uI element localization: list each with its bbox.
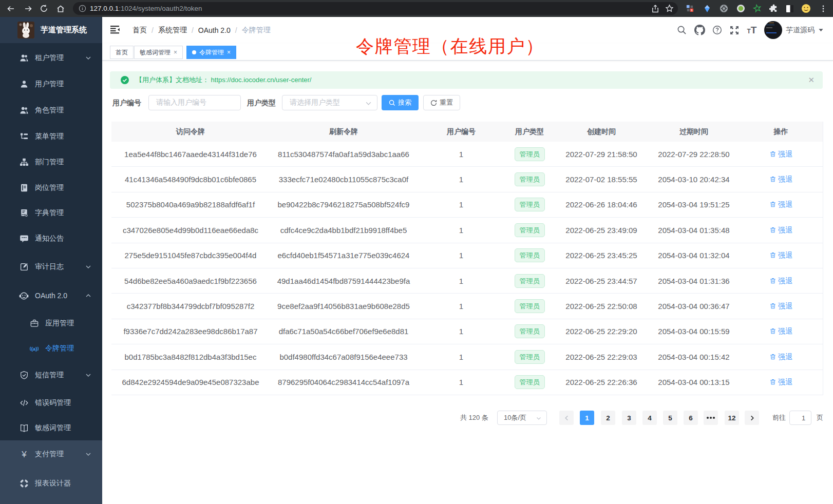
svg-text:9: 9 [691,8,693,12]
svg-text:¥: ¥ [21,450,27,459]
svg-text:(a): (a) [31,345,37,351]
